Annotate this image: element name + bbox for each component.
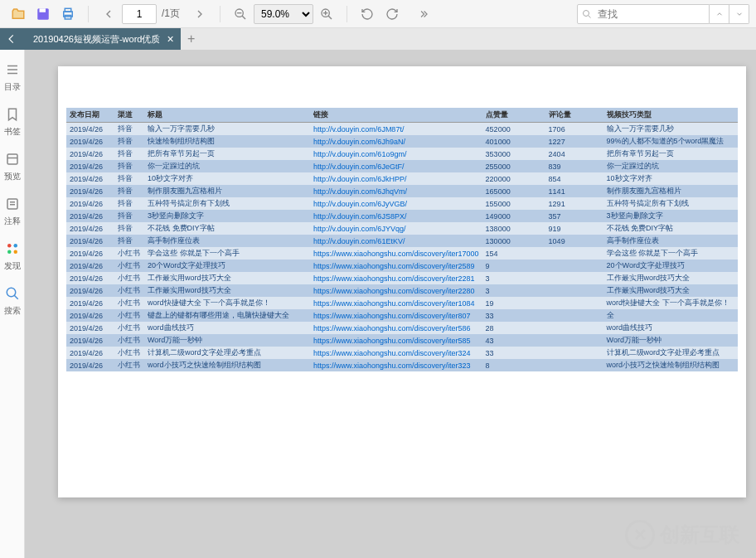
table-cell: 2019/4/26 (66, 160, 114, 172)
sidebar-item-label: 发现 (4, 260, 21, 272)
table-cell: 3秒竖向删除文字 (144, 210, 310, 222)
table-row: 2019/4/26抖音10秒文字对齐http://v.douyin.com/6J… (66, 172, 738, 185)
table-row: 2019/4/26小红书计算机二级word文字处理必考重点https://www… (66, 347, 738, 359)
annotate-icon (4, 196, 21, 212)
sidebar-item-toc[interactable]: 目录 (0, 56, 25, 101)
table-cell: 10秒文字对齐 (144, 172, 310, 185)
watermark: ✕ 创新互联 (625, 520, 739, 550)
table-cell: http://v.douyin.com/6JkHPP/ (310, 172, 482, 185)
table-cell: https://www.xiaohongshu.com/discovery/it… (310, 272, 482, 284)
tab-close-button[interactable]: × (167, 32, 173, 46)
table-cell: 制作朋友圈九宫格相片 (603, 185, 738, 197)
zoom-in-icon (320, 7, 333, 21)
table-cell: 839 (545, 160, 603, 172)
table-cell: 你一定踩过的坑 (144, 160, 310, 172)
sidebar-item-search[interactable]: 搜索 (0, 280, 25, 325)
zoom-in-button[interactable] (315, 2, 338, 26)
more-button[interactable] (412, 2, 435, 26)
sidebar-item-annotate[interactable]: 注释 (0, 191, 25, 235)
table-cell: word小技巧之快速绘制组织结构图 (144, 359, 310, 371)
table-cell: 学会这些 你就是下一个高手 (603, 247, 738, 260)
next-page-button[interactable] (188, 2, 211, 26)
sidebar-item-preview[interactable]: 预览 (0, 146, 25, 191)
table-cell: 33 (482, 309, 545, 322)
sidebar-item-discover[interactable]: 发现 (0, 235, 25, 280)
table-cell (545, 297, 603, 309)
table-header: 点赞量 (482, 108, 545, 123)
back-icon (6, 33, 17, 45)
table-cell: 小红书 (114, 247, 144, 260)
table-cell: 工作最实用word技巧大全 (603, 272, 738, 284)
open-button[interactable] (7, 2, 30, 26)
sidebar: 目录 书签 预览 注释 发现 搜索 (0, 50, 25, 558)
svg-rect-1 (40, 8, 46, 12)
search-next-button[interactable] (729, 4, 749, 24)
sidebar-item-label: 搜索 (4, 305, 21, 317)
table-cell (545, 322, 603, 334)
table-header-row: 发布日期 渠道 标题 链接 点赞量 评论量 视频技巧类型 (66, 108, 738, 123)
folder-open-icon (11, 7, 26, 22)
table-cell: 输入一万字需要几秒 (144, 123, 310, 136)
table-header: 渠道 (114, 108, 144, 123)
table-cell: 抖音 (114, 235, 144, 247)
table-cell: 2019/4/26 (66, 222, 114, 235)
sidebar-item-label: 预览 (4, 171, 21, 182)
table-cell: https://www.xiaohongshu.com/discovery/it… (310, 347, 482, 359)
zoom-out-button[interactable] (229, 2, 252, 26)
table-cell: word快捷键大全 下一个高手就是你！ (603, 297, 738, 309)
table-cell: 不花钱 免费DIY字帖 (603, 222, 738, 235)
table-cell: 2019/4/26 (66, 123, 114, 136)
svg-point-26 (7, 288, 16, 297)
table-cell: 2019/4/26 (66, 284, 114, 297)
table-cell (545, 284, 603, 297)
svg-rect-17 (7, 154, 17, 164)
page-total-label: /1页 (162, 7, 180, 21)
table-cell (545, 260, 603, 272)
document-viewport[interactable]: 发布日期 渠道 标题 链接 点赞量 评论量 视频技巧类型 2019/4/26抖音… (25, 50, 756, 558)
table-cell: http://v.douyin.com/61EtKV/ (310, 235, 482, 247)
print-button[interactable] (56, 2, 80, 26)
table-cell: 工作最实用word技巧大全 (144, 272, 310, 284)
table-cell: 2019/4/26 (66, 185, 114, 197)
table-cell: 小红书 (114, 347, 144, 359)
search-prev-button[interactable] (710, 4, 729, 24)
save-button[interactable] (32, 2, 55, 26)
zoom-out-icon (234, 7, 247, 21)
document-tab[interactable]: 20190426短视频运营-word优质 × (23, 28, 181, 50)
table-row: 2019/4/26小红书工作最实用word技巧大全https://www.xia… (66, 284, 738, 297)
page-number-input[interactable] (122, 4, 157, 24)
table-cell: 3秒竖向删除文字 (603, 210, 738, 222)
table-row: 2019/4/26抖音制作朋友圈九宫格相片http://v.douyin.com… (66, 185, 738, 197)
back-button[interactable] (0, 28, 23, 50)
table-cell: http://v.douyin.com/6JhqVm/ (310, 185, 482, 197)
zoom-select[interactable]: 59.0% (254, 4, 313, 24)
table-cell: 输入一万字需要几秒 (603, 123, 738, 136)
table-cell: 919 (545, 222, 603, 235)
data-table: 发布日期 渠道 标题 链接 点赞量 评论量 视频技巧类型 2019/4/26抖音… (66, 108, 738, 371)
table-row: 2019/4/26小红书word小技巧之快速绘制组织结构图https://www… (66, 359, 738, 371)
table-row: 2019/4/26抖音高手制作座位表http://v.douyin.com/61… (66, 235, 738, 247)
table-cell: 小红书 (114, 272, 144, 284)
table-cell: 键盘上的键都有哪些用途，电脑快捷键大全 (144, 309, 310, 322)
sidebar-item-bookmark[interactable]: 书签 (0, 101, 25, 146)
table-row: 2019/4/26抖音把所有章节另起一页http://v.douyin.com/… (66, 148, 738, 160)
table-cell: 33 (482, 347, 545, 359)
chevron-double-right-icon (418, 8, 429, 20)
chevron-down-icon (735, 10, 744, 18)
table-cell: 抖音 (114, 185, 144, 197)
table-row: 2019/4/26小红书word曲线技巧https://www.xiaohong… (66, 322, 738, 334)
search-input[interactable] (577, 4, 710, 24)
watermark-text: 创新互联 (660, 522, 739, 548)
table-cell: 20个Word文字处理技巧 (603, 260, 738, 272)
table-cell: https://www.xiaohongshu.com/discovery/it… (310, 284, 482, 297)
add-tab-button[interactable]: + (181, 28, 202, 50)
prev-page-button[interactable] (97, 2, 120, 26)
document-page: 发布日期 渠道 标题 链接 点赞量 评论量 视频技巧类型 2019/4/26抖音… (58, 66, 746, 497)
rotate-right-button[interactable] (380, 2, 404, 26)
rotate-left-button[interactable] (356, 2, 379, 26)
table-cell: https://www.xiaohongshu.com/discovery/it… (310, 359, 482, 371)
table-cell: 高手制作座位表 (603, 235, 738, 247)
table-cell (545, 359, 603, 371)
table-cell: 20个Word文字处理技巧 (144, 260, 310, 272)
table-cell: http://v.douyin.com/6JYVqg/ (310, 222, 482, 235)
